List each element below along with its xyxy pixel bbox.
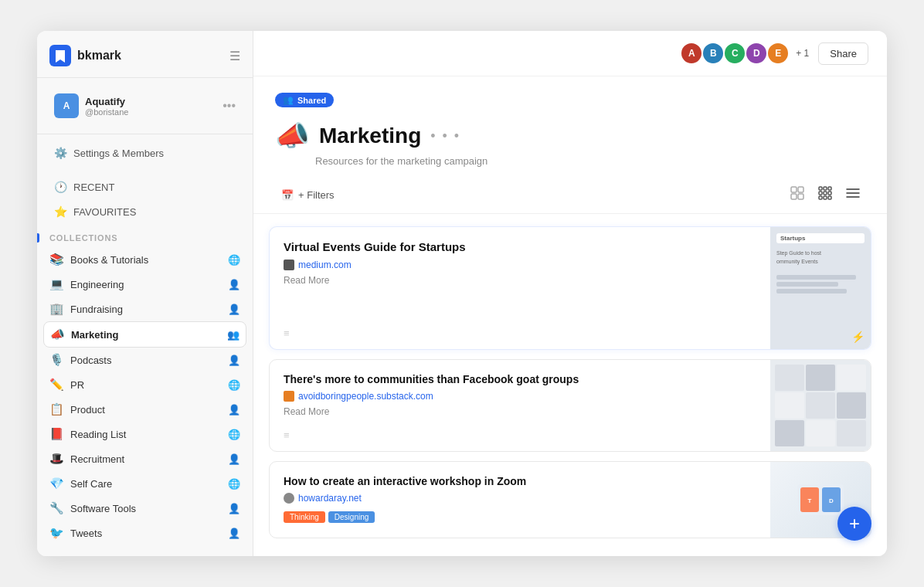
collection-item-product[interactable]: 📋 Product 👤 [43,397,246,422]
card-source-zoom: howardaray.net [284,493,758,504]
card-content-goat: There's more to communities than Faceboo… [270,360,770,451]
collection-item-pr[interactable]: ✏️ PR 🌐 [43,372,246,397]
view-list-button[interactable] [841,182,865,207]
avatar-4: D [745,42,768,65]
card-title-virtual-events: Virtual Events Guide for Startups [284,239,758,255]
svg-rect-7 [819,187,822,190]
view-controls [785,182,865,207]
collection-item-books[interactable]: 📚 Books & Tutorials 🌐 [43,247,246,272]
collection-item-marketing[interactable]: 📣 Marketing 👥 [43,321,246,348]
main-content: A B C D E + 1 Share 👥 Shared 📣 Marketing… [253,31,887,556]
card-lines-icon-goat: ≡ [284,429,290,441]
recent-nav-item[interactable]: 🕐 RECENT [48,175,242,199]
collection-item-fundraising[interactable]: 🏢 Fundraising 👤 [43,297,246,321]
designing-tag: Designing [328,511,375,523]
nav-section: ⚙️ Settings & Members [37,134,253,168]
svg-rect-8 [824,187,827,190]
collection-item-reading-list[interactable]: 📕 Reading List 🌐 [43,422,246,446]
engineering-emoji: 💻 [49,277,64,291]
workspace-left: A Aquatify @boristane [54,93,128,118]
workspace-item[interactable]: A Aquatify @boristane ••• [48,87,242,124]
logo-text: bkmark [77,49,121,63]
engineering-person-icon: 👤 [228,279,240,290]
softwaretools-person-icon: 👤 [228,503,240,514]
collection-title: Marketing [319,124,421,148]
tweets-emoji: 🐦 [49,526,64,540]
podcasts-emoji: 🎙️ [49,353,64,367]
reading-label: Reading List [70,429,126,440]
card-readmore-goat[interactable]: Read More [284,406,758,417]
svg-rect-14 [824,196,827,199]
substack-domain: avoidboringpeople.substack.com [298,391,433,402]
collection-item-tweets[interactable]: 🐦 Tweets 👤 [43,521,246,545]
avatars-row: A B C D E + 1 [680,42,809,65]
collection-item-software-tools[interactable]: 🔧 Software Tools 👤 [43,496,246,521]
card-tags-zoom: Thinking Designing [284,511,758,523]
filters-button[interactable]: 📅 + Filters [275,186,341,204]
workspace-section: A Aquatify @boristane ••• [37,78,253,134]
cards-area: Virtual Events Guide for Startups medium… [253,214,887,556]
thumb-corner-icon: ⚡ [851,331,865,343]
svg-rect-9 [828,187,831,190]
fab-add-button[interactable]: + [837,507,871,541]
bookmark-card-goat[interactable]: There's more to communities than Faceboo… [269,359,871,452]
card-source-goat: avoidboringpeople.substack.com [284,391,758,402]
avatar-extra-count: + 1 [796,48,809,59]
share-button[interactable]: Share [818,42,868,65]
collections-label: COLLECTIONS [49,233,118,243]
product-label: Product [70,404,105,416]
filters-label: + Filters [298,189,335,201]
collections-active-bar [37,233,39,243]
podcasts-label: Podcasts [70,355,111,366]
svg-rect-10 [819,192,822,195]
thumb-label: Startups [776,233,865,243]
tweets-person-icon: 👤 [228,528,240,539]
collection-item-recruitment[interactable]: 🎩 Recruitment 👤 [43,446,246,471]
view-small-grid-button[interactable] [813,182,837,207]
card-footer-virtual-events: ≡ [284,320,758,340]
collections-header: COLLECTIONS [37,227,253,244]
favourites-nav-item[interactable]: ⭐ FAVOURITES [48,199,242,224]
shared-badge-label: Shared [297,96,326,105]
favourites-label: FAVOURITES [73,206,136,218]
collection-emoji: 📣 [275,120,310,152]
books-globe-icon: 🌐 [228,254,240,266]
card-title-zoom: How to create an interactive workshop in… [284,474,758,488]
settings-nav-item[interactable]: ⚙️ Settings & Members [48,141,242,165]
svg-rect-4 [798,187,803,192]
card-lines-icon: ≡ [284,327,290,339]
workspace-avatar: A [54,93,79,118]
view-large-grid-button[interactable] [785,182,810,207]
toolbar-row: 📅 + Filters [253,176,887,214]
card-thumbnail-virtual-events: Startups Step Guide to hostommunity Even… [770,227,871,349]
sidebar: bkmark ☰ A Aquatify @boristane [37,31,253,556]
collection-item-engineering[interactable]: 💻 Engineering 👤 [43,272,246,297]
card-readmore-virtual-events[interactable]: Read More [284,275,758,286]
thumb-text: Step Guide to hostommunity Events [776,249,865,266]
menu-icon[interactable]: ☰ [229,49,240,63]
fundraising-emoji: 🏢 [49,302,64,316]
sidebar-logo: bkmark [49,45,121,66]
recent-label: RECENT [73,182,114,193]
recruitment-emoji: 🎩 [49,452,64,466]
bookmark-card-zoom[interactable]: How to create an interactive workshop in… [269,461,871,538]
svg-text:T: T [808,497,812,504]
engineering-label: Engineering [70,279,124,290]
collection-item-self-care[interactable]: 💎 Self Care 🌐 [43,471,246,496]
books-emoji: 📚 [49,253,64,266]
collection-more-icon[interactable]: • • • [430,128,460,144]
svg-text:A: A [63,100,70,111]
pr-label: PR [70,379,84,391]
svg-rect-13 [819,196,822,199]
product-emoji: 📋 [49,402,64,416]
reading-emoji: 📕 [49,427,64,441]
collection-title-row: 📣 Marketing • • • [275,120,865,152]
card-footer-goat: ≡ [284,422,758,442]
favourites-icon: ⭐ [54,205,67,218]
workspace-dots-icon[interactable]: ••• [223,99,236,113]
collection-item-podcasts[interactable]: 🎙️ Podcasts 👤 [43,348,246,372]
medium-favicon [284,260,294,270]
collections-list: 📚 Books & Tutorials 🌐 💻 Engineering 👤 🏢 … [37,244,253,556]
svg-rect-12 [828,192,831,195]
bookmark-card-virtual-events[interactable]: Virtual Events Guide for Startups medium… [269,226,871,350]
